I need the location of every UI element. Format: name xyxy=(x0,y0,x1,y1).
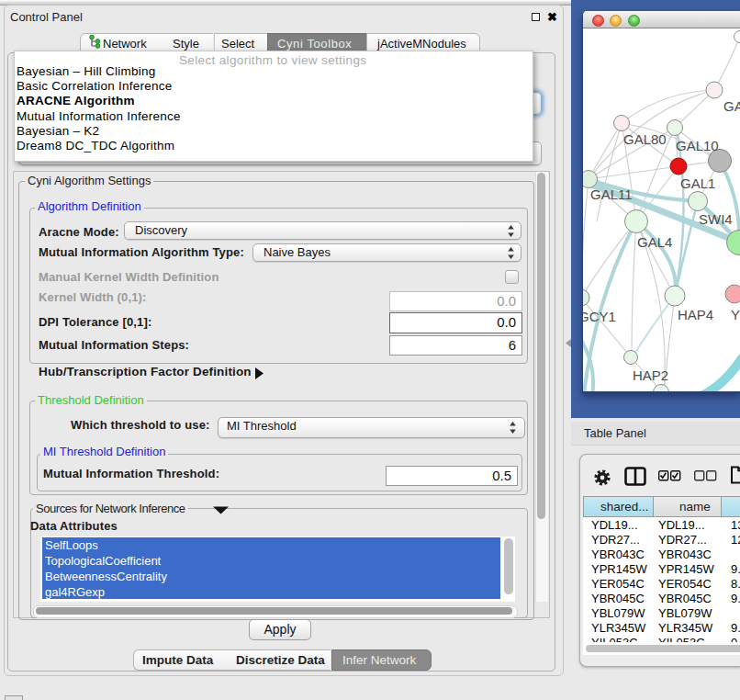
svg-text:Y: Y xyxy=(731,307,740,322)
svg-text:GAL1: GAL1 xyxy=(680,175,715,191)
svg-text:HAP2: HAP2 xyxy=(633,367,668,383)
svg-text:SWI4: SWI4 xyxy=(699,211,733,227)
svg-text:GAL80: GAL80 xyxy=(623,131,667,147)
svg-text:HAP4: HAP4 xyxy=(678,307,713,322)
svg-text:GAL11: GAL11 xyxy=(590,186,633,202)
svg-text:GAL7: GAL7 xyxy=(723,98,740,114)
svg-text:GCY1: GCY1 xyxy=(583,309,616,324)
svg-text:GAL4: GAL4 xyxy=(637,234,672,250)
svg-text:GAL10: GAL10 xyxy=(676,138,719,153)
